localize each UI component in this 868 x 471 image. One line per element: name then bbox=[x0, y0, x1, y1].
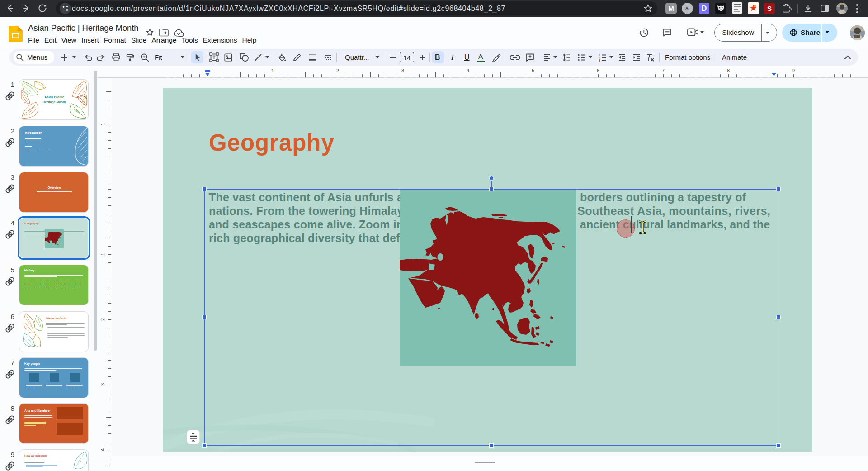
svg-text:3: 3 bbox=[599, 59, 600, 62]
